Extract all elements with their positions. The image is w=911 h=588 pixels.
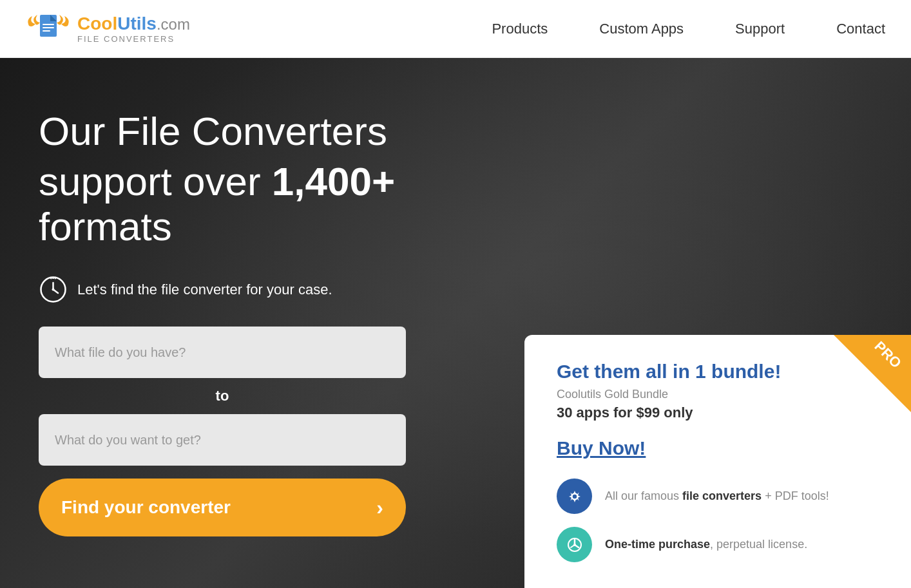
nav-support[interactable]: Support: [735, 21, 785, 37]
svg-point-16: [573, 544, 576, 546]
clock-icon: [39, 275, 68, 304]
main-nav: Products Custom Apps Support Contact: [492, 21, 885, 37]
bundle-card: PRO Get them all in 1 bundle! Coolutils …: [524, 335, 911, 588]
svg-point-11: [571, 493, 577, 499]
gear-icon: [566, 488, 584, 506]
svg-line-10: [55, 278, 56, 279]
hero-content: Our File Converters support over 1,400+ …: [0, 58, 503, 536]
feature1-plain: All our famous: [605, 489, 682, 502]
hero-section: Our File Converters support over 1,400+ …: [0, 58, 911, 588]
buy-now-link[interactable]: Buy Now!: [557, 437, 879, 459]
license-icon-circle: [557, 527, 592, 562]
hero-formats: formats: [39, 204, 464, 249]
hero-title: Our File Converters: [39, 109, 464, 153]
file-input-field[interactable]: What file do you have?: [39, 327, 406, 378]
hero-subtitle-plain: support over: [39, 159, 272, 204]
bundle-title: Get them all in 1 bundle!: [557, 361, 879, 383]
feature1-suffix: + PDF tools!: [762, 489, 829, 502]
logo-subtitle: file converters: [77, 34, 190, 44]
feature1-text: All our famous file converters + PDF too…: [605, 488, 829, 504]
svg-rect-0: [40, 15, 57, 37]
to-label: to: [39, 388, 406, 404]
svg-rect-2: [43, 27, 54, 28]
file-converters-icon: [557, 479, 592, 514]
svg-line-9: [50, 278, 52, 279]
hero-subtitle: support over 1,400+: [39, 160, 464, 204]
logo-text: CoolUtils.com file converters: [77, 14, 190, 44]
logo-name: CoolUtils.com: [77, 14, 190, 34]
logo[interactable]: CoolUtils.com file converters: [26, 10, 190, 48]
convert-to-input-field[interactable]: What do you want to get?: [39, 414, 406, 466]
feature2-suffix: , perpetual license.: [710, 538, 807, 551]
logo-utils: Utils: [117, 14, 157, 33]
bundle-subtitle: Coolutils Gold Bundle: [557, 388, 879, 401]
nav-contact[interactable]: Contact: [836, 21, 885, 37]
find-converter-button[interactable]: Find your converter ›: [39, 479, 406, 536]
logo-icon: [26, 10, 71, 48]
convert-to-placeholder: What do you want to get?: [55, 433, 201, 448]
feature2-text: One-time purchase, perpetual license.: [605, 536, 807, 553]
logo-cool: Cool: [77, 14, 117, 33]
svg-rect-1: [43, 24, 54, 25]
file-input-placeholder: What file do you have?: [55, 345, 186, 360]
logo-dotcom: .com: [157, 15, 190, 33]
header: CoolUtils.com file converters Products C…: [0, 0, 911, 58]
find-button-arrow-icon: ›: [376, 496, 383, 520]
hero-count: 1,400+: [272, 159, 395, 204]
feature1-bold: file converters: [682, 489, 762, 502]
hero-tagline-text: Let's find the file converter for your c…: [77, 281, 332, 298]
chart-icon: [566, 536, 584, 554]
feature2-bold: One-time purchase: [605, 538, 710, 551]
bundle-price: 30 apps for $99 only: [557, 404, 879, 421]
pro-badge-text: PRO: [871, 338, 905, 372]
nav-products[interactable]: Products: [492, 21, 548, 37]
find-button-label: Find your converter: [61, 497, 231, 518]
nav-custom-apps[interactable]: Custom Apps: [599, 21, 684, 37]
bundle-feature-converters: All our famous file converters + PDF too…: [557, 479, 879, 514]
bundle-feature-license: One-time purchase, perpetual license.: [557, 527, 879, 562]
svg-rect-3: [43, 30, 50, 32]
svg-point-7: [52, 289, 55, 291]
hero-tagline: Let's find the file converter for your c…: [39, 275, 464, 304]
